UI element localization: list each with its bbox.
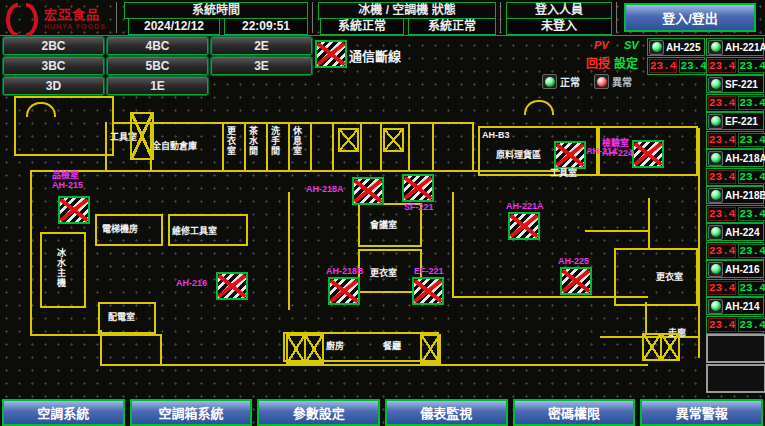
unit-sv-value: 23.4 (738, 281, 765, 295)
wall-segment (288, 122, 290, 170)
wall-segment (100, 330, 102, 366)
header-divider (312, 2, 313, 33)
sv-name-legend: 設定 (614, 54, 638, 71)
marker-label: AH-225 (558, 256, 589, 266)
unit-sv-value: 23.4 (738, 59, 765, 73)
unit-name: AH-225 (666, 42, 700, 53)
floor-button-2e[interactable]: 2E (211, 37, 312, 55)
marker-label: 檢驗室 AH-224 (602, 138, 633, 158)
room-label: 更衣室 (370, 268, 397, 278)
floor-button-3bc[interactable]: 3BC (3, 57, 104, 75)
unit-ah-214[interactable]: AH-21423.423.4 (706, 297, 764, 334)
unit-sv-value: 23.4 (738, 96, 765, 110)
room-label: 電梯機房 (102, 224, 138, 234)
floor-button-5bc[interactable]: 5BC (107, 57, 208, 75)
room-label: 更衣室 (656, 272, 683, 282)
floor-button-4bc[interactable]: 4BC (107, 37, 208, 55)
unit-ah-221a[interactable]: AH-221A23.423.4 (706, 38, 764, 75)
room-outline (98, 302, 156, 334)
normal-legend: 正常 (542, 74, 580, 89)
room-label: 全自動倉庫 (152, 141, 197, 151)
empty-unit-slot (706, 334, 765, 363)
stair-shaft-icon (383, 128, 404, 152)
comm-fail-marker[interactable] (58, 196, 90, 224)
room-outline (95, 214, 163, 246)
login-logout-button[interactable]: 登入/登出 (624, 3, 756, 32)
wall-segment (30, 170, 560, 172)
bottom-nav-button-6[interactable]: 異常警報 (640, 399, 763, 426)
unit-sv-value: 23.4 (738, 244, 765, 258)
comm-fail-marker[interactable] (632, 140, 664, 168)
unit-ah-224[interactable]: AH-22423.423.4 (706, 223, 764, 260)
normal-lamp-icon (542, 74, 557, 89)
unit-sv-value: 23.4 (738, 318, 765, 332)
pv-name-legend: 回授 (586, 54, 610, 71)
unit-sf-221[interactable]: SF-22123.423.4 (706, 75, 764, 112)
unit-sv-value: 23.4 (738, 170, 765, 184)
room-label: 茶水間 (248, 126, 258, 156)
wall-segment (160, 336, 162, 366)
bottom-nav-button-2[interactable]: 空調箱系統 (130, 399, 253, 426)
floor-button-1e[interactable]: 1E (107, 77, 208, 95)
unit-status-lamp-icon (708, 114, 723, 129)
floor-button-2bc[interactable]: 2BC (3, 37, 104, 55)
bottom-nav-button-5[interactable]: 密碼權限 (513, 399, 636, 426)
unit-pv-value: 23.4 (708, 133, 736, 147)
comm-fail-marker[interactable] (328, 277, 360, 305)
bottom-nav-button-4[interactable]: 儀表監視 (385, 399, 508, 426)
unit-pv-value: 23.4 (708, 170, 736, 184)
unit-name: AH-224 (725, 227, 759, 238)
ac-status-value: 系統正常 (408, 18, 496, 35)
comm-fail-marker[interactable] (554, 141, 586, 169)
floor-button-3e[interactable]: 3E (211, 57, 312, 75)
comm-fail-marker[interactable] (402, 174, 434, 202)
unit-ef-221[interactable]: EF-22123.423.4 (706, 112, 764, 149)
system-time-value: 22:09:51 (224, 18, 308, 35)
hunya-logo-icon (6, 3, 40, 31)
room-label: 工具室 (110, 132, 137, 142)
room-label: 餐廳 (383, 341, 401, 351)
room-label: 工具室 (550, 168, 577, 178)
abnormal-legend-label: 異常 (612, 74, 632, 89)
unit-name: EF-221 (725, 116, 758, 127)
comm-fail-marker[interactable] (216, 272, 248, 300)
room-outline (14, 96, 114, 156)
room-label: 配電室 (108, 312, 135, 322)
brand-name: 宏亞食品 (44, 4, 106, 23)
unit-ah-216[interactable]: AH-21623.423.4 (706, 260, 764, 297)
header-divider (616, 2, 617, 33)
unit-name: AH-216 (725, 264, 759, 275)
bottom-nav-button-1[interactable]: 空調系統 (2, 399, 125, 426)
room-label: 維修工具室 (172, 226, 217, 236)
unit-sv-value: 23.4 (679, 59, 707, 73)
wall-segment (452, 192, 454, 298)
bottom-nav-button-3[interactable]: 參數設定 (257, 399, 380, 426)
system-date-value: 2024/12/12 (128, 18, 220, 35)
unit-pv-value: 23.4 (649, 59, 677, 73)
comm-fail-marker[interactable] (508, 212, 540, 240)
unit-ah-225[interactable]: AH-22523.423.4 (647, 38, 705, 75)
system-time-label: 系統時間 (124, 2, 308, 19)
unit-status-lamp-icon (708, 262, 723, 277)
comm-fail-marker[interactable] (412, 277, 444, 305)
comm-fail-legend-icon (315, 40, 347, 68)
stair-shaft-icon (130, 112, 154, 160)
room-outline (283, 332, 439, 362)
room-label: 冰水主機 (56, 248, 66, 288)
unit-ah-218a[interactable]: AH-218A23.423.4 (706, 149, 764, 186)
login-person-label: 登入人員 (506, 2, 612, 19)
pv-legend: PV (594, 39, 609, 51)
comm-fail-marker[interactable] (560, 267, 592, 295)
wall-segment (432, 122, 434, 170)
wall-segment (310, 122, 312, 170)
wall-segment (105, 122, 107, 170)
wall-segment (332, 122, 334, 170)
floor-button-3d[interactable]: 3D (3, 77, 104, 95)
abnormal-legend: 異常 (594, 74, 632, 89)
unit-ah-218b[interactable]: AH-218B23.423.4 (706, 186, 764, 223)
comm-fail-marker[interactable] (352, 177, 384, 205)
unit-pv-value: 23.4 (708, 281, 736, 295)
door-arc-icon (26, 102, 56, 117)
unit-pv-value: 23.4 (708, 96, 736, 110)
unit-status-lamp-icon (708, 188, 723, 203)
